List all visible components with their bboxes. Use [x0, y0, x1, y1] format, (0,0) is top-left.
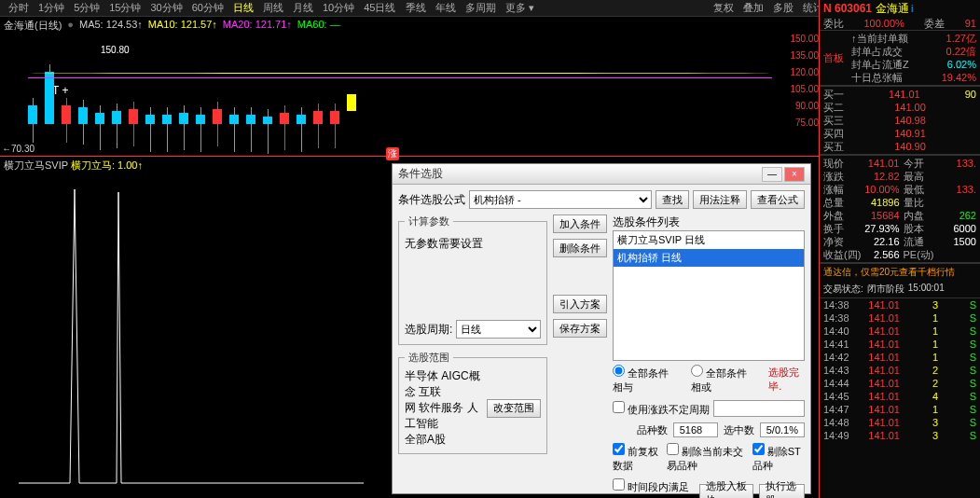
tick-price: 141.01 [862, 377, 900, 390]
scope-legend: 选股范围 [405, 351, 453, 365]
btn-multistock[interactable]: 多股 [768, 1, 798, 15]
formula-select[interactable]: 机构抬轿 - [469, 190, 652, 209]
tab-more[interactable]: 更多 ▾ [501, 1, 539, 15]
xj-lab: 现价 [823, 157, 862, 170]
radio-or[interactable]: 全部条件相或 [691, 365, 754, 394]
chk-forward-adjust[interactable]: 前复权数据 [613, 443, 663, 473]
stock-name[interactable]: 金海通 [876, 1, 909, 17]
window-minimize-icon[interactable]: — [762, 167, 782, 182]
kline-chart[interactable]: 金海通(日线) ● MA5: 124.53↑ MA10: 121.57↑ MA2… [0, 17, 819, 157]
radio-and[interactable]: 全部条件相与 [613, 365, 676, 394]
svip-label: 横刀立马SVIP [4, 159, 68, 171]
condition-item[interactable]: 横刀立马SVIP 日线 [614, 231, 804, 249]
btn-fuquan[interactable]: 复权 [709, 1, 738, 15]
sy-val: 2.566 [862, 248, 900, 261]
tick-flag: S [938, 298, 976, 311]
lb-lab: 量比 [900, 196, 939, 209]
lb-val [938, 196, 976, 209]
scope-fieldset: 选股范围 半导体 AIGC概念 互联 网 软件服务 人工智能 全部A股 改变范围 [398, 351, 547, 454]
tick-time: 14:38 [823, 311, 862, 325]
condition-item-selected[interactable]: 机构抬轿 日线 [614, 249, 804, 267]
tick-flag: S [938, 429, 976, 442]
tab-30m[interactable]: 30分钟 [146, 1, 187, 15]
stock-code[interactable]: N 603061 [823, 2, 872, 15]
tab-month[interactable]: 月线 [288, 1, 318, 15]
tick-qty: 1 [900, 351, 938, 364]
bid5-lab: 买五 [823, 140, 844, 153]
tick-flag: S [938, 325, 976, 338]
tab-year[interactable]: 年线 [431, 1, 461, 15]
tick-flag: S [938, 364, 976, 377]
tab-quarter[interactable]: 季线 [401, 1, 431, 15]
tick-qty: 3 [900, 416, 938, 429]
period-select[interactable]: 日线 [456, 320, 541, 339]
usage-button[interactable]: 用法注释 [693, 190, 747, 209]
tick-list[interactable]: 14:38141.013S 14:38141.011S 14:40141.011… [820, 298, 980, 442]
tick-time: 14:44 [823, 377, 862, 390]
zg-val [938, 170, 976, 183]
cond-list-label: 选股条件列表 [613, 214, 805, 230]
seal-ratio-lab: 封单占成交 [851, 45, 903, 58]
tab-45d[interactable]: 45日线 [359, 1, 400, 15]
tick-qty: 2 [900, 377, 938, 390]
change-scope-button[interactable]: 改变范围 [487, 399, 541, 418]
firstboard-badge: 首板 [820, 49, 848, 67]
bid4-lab: 买四 [823, 127, 844, 140]
weibi-val: 100.00% [863, 17, 904, 30]
delete-condition-button[interactable]: 删除条件 [553, 239, 607, 257]
tick-flag: S [938, 338, 976, 351]
condition-list[interactable]: 横刀立马SVIP 日线 机构抬轿 日线 [613, 230, 805, 361]
status-label: 交易状态: [823, 283, 863, 296]
tab-tick[interactable]: 分时 [4, 1, 34, 15]
tick-price: 141.01 [862, 298, 900, 311]
bid1-qty: 90 [965, 88, 976, 101]
chk-timerange[interactable]: 时间段内满足条件 [613, 478, 696, 498]
zd-val: 12.82 [862, 170, 900, 183]
tab-10m[interactable]: 10分钟 [318, 1, 359, 15]
tick-price: 141.01 [862, 416, 900, 429]
gb-val: 6000 [938, 222, 976, 235]
bid5-price: 140.90 [894, 140, 926, 153]
save-plan-button[interactable]: 保存方案 [553, 319, 607, 338]
y-axis: 150.00 135.00 120.00 105.00 90.00 75.00 [786, 34, 819, 134]
tab-day[interactable]: 日线 [228, 1, 258, 15]
scope-text: 网 软件服务 人工智能 [405, 400, 483, 432]
np-lab: 内盘 [900, 209, 939, 222]
chk-remove-nontrade[interactable]: 剔除当前未交易品种 [667, 443, 749, 473]
chk-uncertain-period[interactable]: 使用涨跌不定周期 [613, 401, 710, 417]
kinds-count: 5168 [673, 422, 718, 437]
bid1-lab: 买一 [823, 88, 844, 101]
seal-amt-lab: ↑当前封单额 [851, 32, 908, 45]
bid1-price: 141.01 [889, 88, 920, 101]
tab-multi[interactable]: 多周期 [461, 1, 501, 15]
window-close-icon[interactable]: × [784, 167, 805, 182]
xj-val: 141.01 [862, 157, 900, 170]
tab-15m[interactable]: 15分钟 [104, 1, 145, 15]
tab-5m[interactable]: 5分钟 [69, 1, 104, 15]
tick-qty: 1 [900, 311, 938, 325]
tab-1m[interactable]: 1分钟 [34, 1, 69, 15]
bid3-price: 140.98 [894, 114, 926, 127]
zg-lab: 最高 [900, 170, 939, 183]
zhang-icon: 涨 [386, 147, 399, 160]
sy-lab: 收益(四) [823, 248, 862, 261]
view-formula-button[interactable]: 查看公式 [751, 190, 805, 209]
to-block-button[interactable]: 选股入板块 [699, 484, 753, 498]
wp-lab: 外盘 [823, 209, 862, 222]
find-button[interactable]: 查找 [656, 190, 689, 209]
dialog-titlebar[interactable]: 条件选股 — × [393, 164, 810, 185]
bid2-price: 141.00 [894, 101, 926, 114]
promo-msg[interactable]: 通达信，仅需20元查看千档行情 [820, 263, 980, 281]
chk-remove-st[interactable]: 剔除ST品种 [752, 443, 805, 473]
info-icon[interactable]: i [911, 3, 913, 14]
btn-overlay[interactable]: 叠加 [738, 1, 768, 15]
add-condition-button[interactable]: 加入条件 [553, 214, 607, 233]
tab-60m[interactable]: 60分钟 [187, 1, 228, 15]
uncertain-input[interactable] [713, 400, 805, 417]
tick-time: 14:38 [823, 298, 862, 311]
tab-week[interactable]: 周线 [258, 1, 288, 15]
zl-val: 41896 [862, 196, 900, 209]
import-plan-button[interactable]: 引入方案 [553, 295, 607, 313]
jz-val: 22.16 [862, 235, 900, 248]
execute-button[interactable]: 执行选股 [759, 484, 805, 498]
